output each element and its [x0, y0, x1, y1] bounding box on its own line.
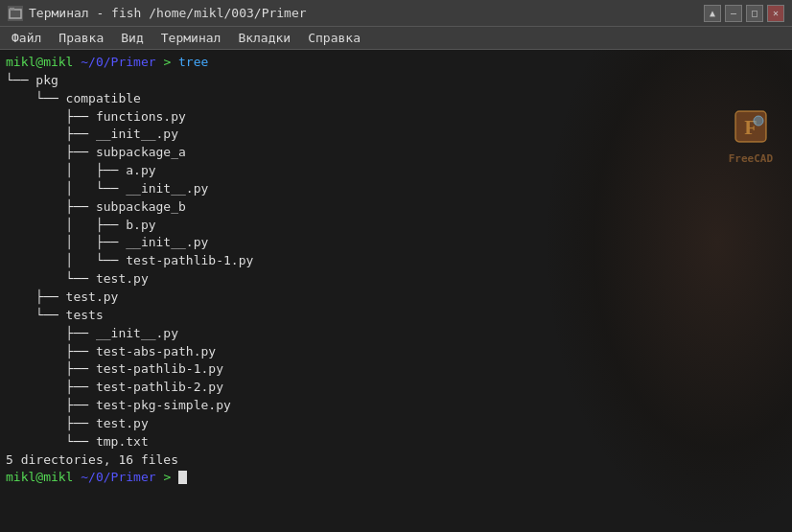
- summary-line: 5 directories, 16 files: [6, 451, 786, 470]
- tree-line-10: │ └── test-pathlib-1.py: [6, 252, 786, 270]
- window-controls: ▲ — □ ✕: [704, 5, 784, 22]
- tree-line-7: ├── subpackage_b: [6, 198, 786, 217]
- tree-line-14: ├── __init__.py: [6, 325, 786, 343]
- title-bar-left: Терминал - fish /home/mikl/003/Primer: [8, 6, 307, 21]
- menu-terminal[interactable]: Терминал: [153, 29, 229, 47]
- title-bar: Терминал - fish /home/mikl/003/Primer ▲ …: [0, 0, 792, 27]
- prompt-line-1: mikl@mikl ~/0/Primer > tree: [6, 54, 786, 72]
- command-text: tree: [178, 55, 208, 69]
- svg-rect-1: [10, 8, 14, 11]
- tree-line-16: ├── test-pathlib-1.py: [6, 360, 786, 379]
- tree-line-13: └── tests: [6, 307, 786, 325]
- prompt-line-2: mikl@mikl ~/0/Primer >: [6, 469, 786, 487]
- menu-edit[interactable]: Правка: [51, 29, 111, 47]
- title-text: Терминал - fish /home/mikl/003/Primer: [29, 6, 307, 20]
- tree-line-1: └── compatible: [6, 90, 786, 108]
- tree-line-17: ├── test-pathlib-2.py: [6, 379, 786, 397]
- prompt-path-2: ~/0/Primer: [81, 470, 155, 484]
- tree-line-2: ├── functions.py: [6, 108, 786, 127]
- menu-bar: Файл Правка Вид Терминал Вкладки Справка: [0, 27, 792, 50]
- tree-line-11: └── test.py: [6, 270, 786, 289]
- minimize-button[interactable]: ▲: [704, 5, 721, 22]
- window-icon: [8, 6, 23, 21]
- menu-view[interactable]: Вид: [113, 29, 151, 47]
- menu-file[interactable]: Файл: [4, 29, 49, 47]
- tree-line-18: ├── test-pkg-simple.py: [6, 397, 786, 415]
- tree-line-9: │ ├── __init__.py: [6, 234, 786, 252]
- svg-rect-0: [10, 10, 21, 18]
- restore-button[interactable]: —: [725, 5, 742, 22]
- tree-line-8: │ ├── b.py: [6, 217, 786, 235]
- tree-line-3: ├── __init__.py: [6, 126, 786, 144]
- close-button[interactable]: ✕: [767, 5, 784, 22]
- tree-line-19: ├── test.py: [6, 415, 786, 433]
- prompt-user-1: mikl@mikl: [6, 55, 73, 69]
- terminal-cursor: [178, 471, 187, 484]
- tree-line-4: ├── subpackage_a: [6, 144, 786, 162]
- tree-line-6: │ └── __init__.py: [6, 180, 786, 198]
- terminal[interactable]: F FreeCAD mikl@mikl ~/0/Primer > tree └─…: [0, 50, 792, 532]
- menu-help[interactable]: Справка: [300, 29, 368, 47]
- prompt-path-1: ~/0/Primer: [81, 55, 155, 69]
- terminal-content: mikl@mikl ~/0/Primer > tree └── pkg └── …: [6, 54, 786, 487]
- prompt-user-2: mikl@mikl: [6, 470, 73, 484]
- menu-tabs[interactable]: Вкладки: [230, 29, 298, 47]
- tree-line-20: └── tmp.txt: [6, 433, 786, 451]
- tree-line-5: │ ├── a.py: [6, 162, 786, 180]
- tree-line-0: └── pkg: [6, 72, 786, 90]
- tree-line-15: ├── test-abs-path.py: [6, 343, 786, 361]
- tree-line-12: ├── test.py: [6, 289, 786, 307]
- maximize-button[interactable]: □: [746, 5, 763, 22]
